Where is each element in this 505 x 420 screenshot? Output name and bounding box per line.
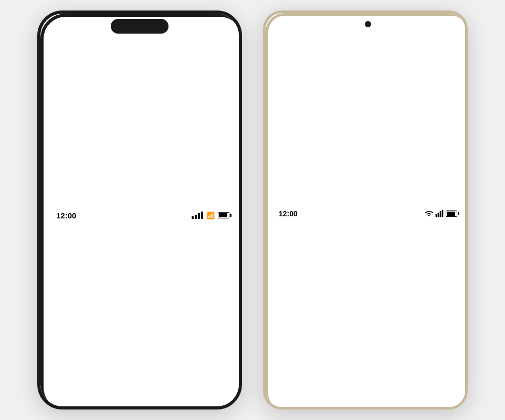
time-2: 12:00	[279, 209, 298, 218]
wifi-icon: 📶	[206, 212, 215, 219]
status-bar-2: 12:00	[266, 13, 468, 410]
phone-2: 12:00	[263, 10, 468, 410]
svg-rect-3	[442, 210, 444, 217]
notch-pill	[111, 19, 169, 34]
phone-1: 12:00 📶 Is piano or guitar easie	[37, 10, 242, 410]
signal-icon-2	[435, 209, 444, 218]
svg-rect-0	[436, 214, 437, 217]
svg-rect-2	[440, 211, 441, 217]
wifi-icon-2	[425, 209, 433, 218]
time-1: 12:00	[56, 211, 76, 220]
battery-icon	[218, 212, 229, 218]
svg-rect-1	[438, 213, 439, 217]
battery-icon-2	[446, 211, 457, 217]
status-bar-1: 12:00 📶	[40, 14, 242, 410]
android-status-icons	[425, 209, 457, 218]
status-icons-1: 📶	[192, 212, 229, 219]
signal-icon	[192, 212, 203, 219]
punch-hole	[365, 21, 371, 27]
